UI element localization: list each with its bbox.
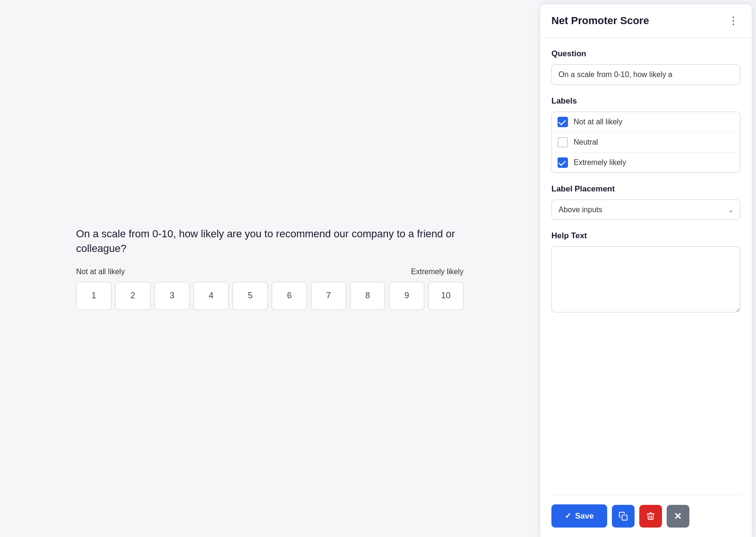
check-icon: ✓ (565, 511, 571, 521)
label-row (552, 132, 740, 153)
more-button[interactable]: ⋮ (726, 14, 740, 28)
close-icon: ✕ (674, 511, 682, 522)
scale-button[interactable]: 8 (350, 282, 386, 310)
scale-button[interactable]: 5 (232, 282, 268, 310)
scale-button[interactable]: 2 (115, 282, 151, 310)
scale-button[interactable]: 7 (311, 282, 346, 310)
trash-icon (646, 511, 655, 521)
panel-body: Question Labels Label Placement Above in… (540, 38, 752, 494)
question-label: Question (551, 49, 740, 59)
label-row (552, 153, 740, 173)
close-button[interactable]: ✕ (667, 505, 689, 528)
preview-area: On a scale from 0-10, how likely are you… (0, 0, 540, 537)
svg-rect-0 (622, 515, 627, 520)
scale-button[interactable]: 4 (193, 282, 229, 310)
survey-question: On a scale from 0-10, how likely are you… (76, 227, 464, 256)
label-text-input-2[interactable] (574, 138, 734, 147)
copy-icon (619, 511, 628, 521)
label-placement-wrapper: Above inputsBelow inputsHidden ⌄ (551, 199, 740, 220)
save-button[interactable]: ✓ Save (551, 504, 607, 528)
panel-title: Net Promoter Score (551, 15, 649, 27)
labels-section: Labels (551, 96, 740, 173)
delete-button[interactable] (639, 505, 662, 528)
scale-button[interactable]: 10 (428, 282, 464, 310)
label-placement-select[interactable]: Above inputsBelow inputsHidden (551, 199, 740, 220)
copy-button[interactable] (612, 505, 635, 528)
help-text-label: Help Text (551, 231, 740, 241)
label-checkbox-3[interactable] (558, 157, 568, 168)
scale-button[interactable]: 9 (389, 282, 424, 310)
survey-preview: On a scale from 0-10, how likely are you… (76, 227, 464, 310)
label-row (552, 112, 740, 132)
labels-container (551, 112, 740, 173)
panel-header: Net Promoter Score ⋮ (540, 4, 752, 38)
survey-labels: Not at all likely Extremely likely (76, 268, 464, 276)
panel-footer: ✓ Save ✕ (540, 495, 752, 537)
scale-button[interactable]: 1 (76, 282, 112, 310)
label-left: Not at all likely (76, 268, 125, 276)
settings-panel: Net Promoter Score ⋮ Question Labels Lab… (540, 4, 752, 537)
labels-section-label: Labels (551, 96, 740, 106)
question-section: Question (551, 49, 740, 85)
save-label: Save (575, 511, 594, 521)
scale-button[interactable]: 3 (155, 282, 190, 310)
help-text-section: Help Text (551, 231, 740, 314)
label-checkbox-1[interactable] (558, 117, 568, 127)
help-text-input[interactable] (551, 246, 740, 312)
label-checkbox-2[interactable] (558, 137, 568, 147)
survey-scale: 12345678910 (76, 282, 464, 310)
question-input[interactable] (551, 64, 740, 85)
label-placement-section: Label Placement Above inputsBelow inputs… (551, 184, 740, 220)
label-placement-label: Label Placement (551, 184, 740, 194)
label-text-input-3[interactable] (574, 158, 734, 167)
scale-button[interactable]: 6 (272, 282, 307, 310)
label-right: Extremely likely (411, 268, 464, 276)
label-text-input-1[interactable] (574, 118, 734, 126)
